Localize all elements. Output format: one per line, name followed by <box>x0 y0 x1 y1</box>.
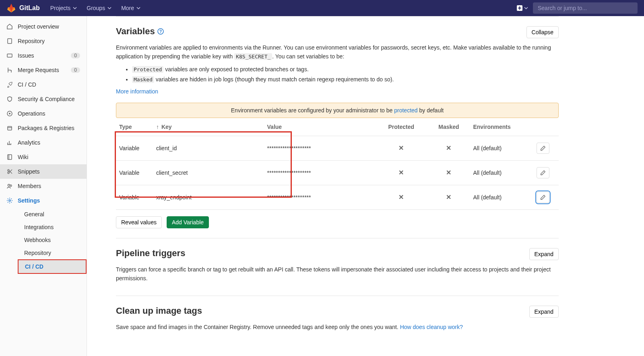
operations-icon <box>6 110 13 117</box>
cleanup-link[interactable]: How does cleanup work? <box>400 324 463 330</box>
chevron-down-icon <box>136 6 140 10</box>
th-protected[interactable]: Protected <box>375 118 427 136</box>
issues-icon <box>6 52 13 59</box>
gear-icon <box>6 197 13 204</box>
issues-badge: 0 <box>71 53 80 58</box>
variables-title: Variables ? <box>116 26 164 37</box>
svg-point-10 <box>10 185 12 186</box>
chevron-down-icon <box>107 6 111 10</box>
svg-point-8 <box>8 172 9 174</box>
sidebar-item-settings[interactable]: Settings <box>0 193 87 208</box>
sidebar-item-cicd[interactable]: CI / CD <box>0 77 87 92</box>
th-value[interactable]: Value <box>264 118 375 136</box>
brand-text: GitLab <box>19 4 40 12</box>
protected-link[interactable]: protected <box>394 107 417 114</box>
cell-type: Variable <box>116 136 153 160</box>
cell-env: All (default) <box>470 136 533 160</box>
edit-button[interactable] <box>537 192 549 203</box>
nav-groups[interactable]: Groups <box>83 2 116 14</box>
cleanup-desc: Save space and find images in the Contai… <box>116 323 559 331</box>
main-content: Variables ? Collapse Environment variabl… <box>87 16 588 356</box>
svg-rect-6 <box>8 155 12 159</box>
cleanup-title: Clean up image tags <box>116 306 202 316</box>
plus-menu[interactable] <box>517 5 528 11</box>
sidebar-sub-webhooks[interactable]: Webhooks <box>18 234 87 246</box>
th-key[interactable]: ↑ Key <box>153 118 264 136</box>
sidebar-sub-integrations[interactable]: Integrations <box>18 221 87 234</box>
more-info-link[interactable]: More information <box>116 88 158 95</box>
sidebar-item-project-overview[interactable]: Project overview <box>0 19 87 34</box>
mr-badge: 0 <box>71 67 80 73</box>
svg-point-7 <box>8 170 9 171</box>
search-input[interactable]: Search or jump to... <box>533 2 638 14</box>
reveal-values-button[interactable]: Reveal values <box>116 216 162 228</box>
edit-button[interactable] <box>537 143 549 154</box>
nav-projects[interactable]: Projects <box>46 2 81 14</box>
help-icon[interactable]: ? <box>157 28 164 35</box>
sidebar-item-issues[interactable]: Issues0 <box>0 48 87 63</box>
sidebar-sub-repository[interactable]: Repository <box>18 246 87 259</box>
nav-more[interactable]: More <box>117 2 144 14</box>
settings-submenu: General Integrations Webhooks Repository… <box>0 208 87 274</box>
file-icon <box>6 38 13 44</box>
sidebar-item-members[interactable]: Members <box>0 179 87 193</box>
x-icon: ✕ <box>398 169 404 176</box>
cell-env: All (default) <box>470 185 533 209</box>
collapse-button[interactable]: Collapse <box>526 26 559 38</box>
cell-key: xray_endpoint <box>153 185 264 209</box>
top-header: GitLab Projects Groups More Search or ju… <box>0 0 644 16</box>
svg-point-9 <box>8 184 10 186</box>
chart-icon <box>6 139 13 146</box>
th-masked[interactable]: Masked <box>427 118 470 136</box>
variables-table: Type ↑ Key Value Protected Masked Enviro… <box>116 118 559 210</box>
triggers-expand-button[interactable]: Expand <box>529 248 559 260</box>
package-icon <box>6 125 13 131</box>
svg-text:?: ? <box>159 29 162 34</box>
sidebar-sub-general[interactable]: General <box>18 208 87 221</box>
pencil-icon <box>540 195 546 200</box>
edit-button[interactable] <box>537 167 549 178</box>
cell-value: ******************** <box>264 185 375 209</box>
pencil-icon <box>540 145 546 151</box>
cell-type: Variable <box>116 160 153 185</box>
sidebar-item-repository[interactable]: Repository <box>0 34 87 48</box>
sidebar-item-analytics[interactable]: Analytics <box>0 135 87 150</box>
x-icon: ✕ <box>446 169 451 176</box>
th-type[interactable]: Type <box>116 118 153 136</box>
x-icon: ✕ <box>446 145 451 151</box>
sidebar-item-snippets[interactable]: Snippets <box>0 164 87 179</box>
book-icon <box>6 154 13 160</box>
x-icon: ✕ <box>398 145 404 151</box>
variable-row: Variableclient_id********************✕✕A… <box>116 136 559 160</box>
chevron-down-icon <box>524 6 528 10</box>
add-variable-button[interactable]: Add Variable <box>167 216 209 228</box>
cell-env: All (default) <box>470 160 533 185</box>
merge-icon <box>6 67 13 73</box>
th-envs[interactable]: Environments <box>470 118 533 136</box>
gitlab-icon <box>6 3 16 13</box>
sidebar-item-merge-requests[interactable]: Merge Requests0 <box>0 63 87 77</box>
sidebar: Project overview Repository Issues0 Merg… <box>0 16 87 356</box>
sidebar-item-security[interactable]: Security & Compliance <box>0 92 87 106</box>
sidebar-item-packages[interactable]: Packages & Registries <box>0 121 87 135</box>
sidebar-item-wiki[interactable]: Wiki <box>0 150 87 164</box>
pencil-icon <box>540 170 546 176</box>
cleanup-expand-button[interactable]: Expand <box>529 306 559 318</box>
triggers-desc: Triggers can force a specific branch or … <box>116 265 559 283</box>
rocket-icon <box>6 81 13 88</box>
variables-bullets: Protected variables are only exposed to … <box>116 64 559 85</box>
sidebar-item-operations[interactable]: Operations <box>0 106 87 121</box>
chevron-down-icon <box>73 6 77 10</box>
x-icon: ✕ <box>398 194 404 201</box>
members-icon <box>6 183 13 189</box>
scissors-icon <box>6 168 13 175</box>
cell-key: client_secret <box>153 160 264 185</box>
cell-key: client_id <box>153 136 264 160</box>
variables-desc: Environment variables are applied to env… <box>116 43 559 61</box>
gitlab-logo[interactable]: GitLab <box>6 3 40 13</box>
triggers-title: Pipeline triggers <box>116 248 185 259</box>
sidebar-sub-cicd[interactable]: CI / CD <box>18 259 87 274</box>
cleanup-section: Clean up image tags Expand Save space an… <box>116 296 559 344</box>
home-icon <box>6 23 13 30</box>
variables-section: Variables ? Collapse Environment variabl… <box>116 16 559 238</box>
